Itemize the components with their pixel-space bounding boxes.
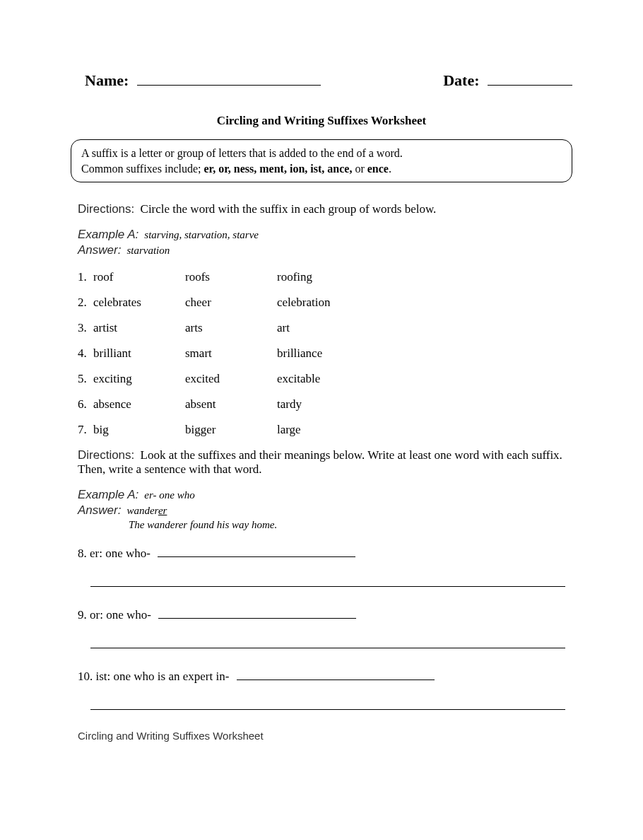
item-row: 7. big bigger large — [78, 423, 565, 437]
directions-label: Directions: — [78, 448, 134, 462]
date-blank-line[interactable] — [488, 71, 572, 86]
word-blank[interactable] — [158, 545, 355, 557]
date-label: Date: — [443, 71, 479, 89]
definition-line-2: Common suffixes include; er, or, ness, m… — [81, 161, 562, 177]
section2-example: Example A: er- one who — [78, 488, 565, 502]
definition-line-1: A suffix is a letter or group of letters… — [81, 146, 562, 161]
section2-items: 8. er: one who- 9. or: one who- 10. ist:… — [78, 545, 565, 710]
fill-row: 8. er: one who- — [78, 545, 565, 587]
name-blank-line[interactable] — [137, 71, 321, 86]
item-row: 2. celebrates cheer celebration — [78, 296, 565, 310]
section1-items: 1. roof roofs roofing 2. celebrates chee… — [78, 270, 565, 437]
section1-example: Example A: starving, starvation, starve — [78, 228, 565, 242]
directions-text: Look at the suffixes and their meanings … — [78, 448, 562, 476]
answer-label: Answer: — [78, 243, 121, 257]
answer-word: wanderer — [126, 505, 167, 516]
directions-label: Directions: — [78, 202, 134, 216]
date-field: Date: — [443, 71, 572, 90]
name-field: Name: — [85, 71, 321, 90]
example-label: Example A: — [78, 228, 138, 241]
answer-label: Answer: — [78, 503, 121, 517]
name-label: Name: — [85, 71, 129, 89]
item-row: 3. artist arts art — [78, 321, 565, 335]
worksheet-page: Name: Date: Circling and Writing Suffixe… — [0, 0, 643, 770]
sentence-blank[interactable] — [90, 696, 565, 710]
content-area: Directions: Circle the word with the suf… — [78, 202, 565, 710]
item-row: 4. brilliant smart brilliance — [78, 346, 565, 361]
section1-answer: Answer: starvation — [78, 243, 565, 257]
example-text: er- one who — [144, 489, 194, 501]
definition-box: A suffix is a letter or group of letters… — [71, 139, 572, 182]
word-blank[interactable] — [237, 668, 435, 680]
footer-text: Circling and Writing Suffixes Worksheet — [78, 730, 601, 742]
section1-directions: Directions: Circle the word with the suf… — [78, 202, 565, 216]
example-label: Example A: — [78, 488, 138, 501]
fill-row: 9. or: one who- — [78, 607, 565, 648]
header-row: Name: Date: — [85, 71, 572, 90]
sentence-blank[interactable] — [90, 573, 565, 587]
item-row: 1. roof roofs roofing — [78, 270, 565, 284]
item-row: 6. absence absent tardy — [78, 397, 565, 412]
example-text: starving, starvation, starve — [144, 229, 259, 240]
item-row: 5. exciting excited excitable — [78, 372, 565, 386]
worksheet-title: Circling and Writing Suffixes Worksheet — [42, 114, 601, 128]
answer-sentence: The wanderer found his way home. — [129, 519, 565, 531]
directions-text: Circle the word with the suffix in each … — [141, 202, 437, 216]
word-blank[interactable] — [158, 607, 356, 619]
section2-answer: Answer: wanderer — [78, 503, 565, 518]
sentence-blank[interactable] — [90, 635, 565, 648]
answer-text: starvation — [126, 245, 170, 256]
section2-directions: Directions: Look at the suffixes and the… — [78, 448, 565, 477]
fill-row: 10. ist: one who is an expert in- — [78, 668, 565, 710]
